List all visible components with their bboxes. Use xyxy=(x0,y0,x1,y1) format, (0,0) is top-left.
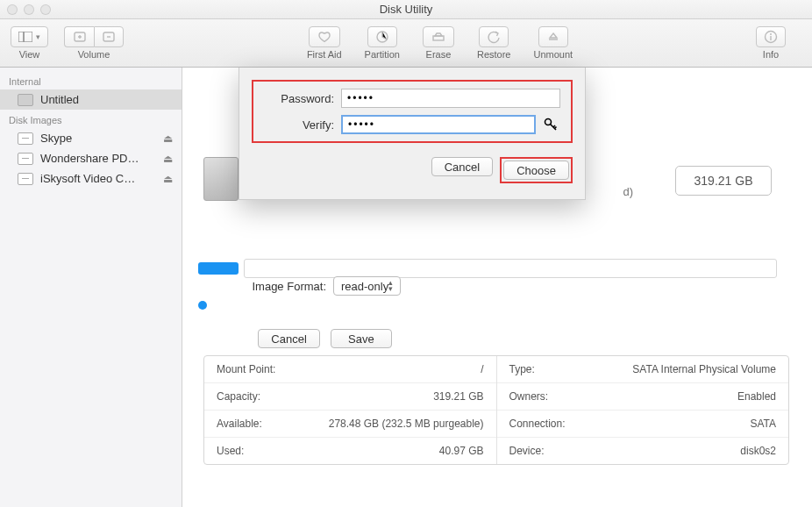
password-label: Password: xyxy=(264,92,341,105)
info-table: Mount Point:/ Capacity:319.21 GB Availab… xyxy=(203,355,789,465)
minimize-button[interactable] xyxy=(24,4,34,15)
password-input[interactable] xyxy=(341,89,560,108)
password-dialog: Password: Verify: Cancel Choose xyxy=(239,68,586,200)
disk-icon xyxy=(18,94,33,106)
partition-button[interactable] xyxy=(367,26,397,47)
close-button[interactable] xyxy=(7,4,18,15)
erase-button[interactable] xyxy=(423,26,454,47)
info-row-connection: Connection:SATA xyxy=(497,411,789,438)
view-label: View xyxy=(19,49,40,60)
volume-label: Volume xyxy=(78,49,110,60)
info-button[interactable] xyxy=(756,26,786,47)
dialog-cancel-button[interactable]: Cancel xyxy=(431,157,493,176)
svg-point-7 xyxy=(770,33,772,35)
traffic-lights xyxy=(7,4,51,15)
info-row-mount-point: Mount Point:/ xyxy=(204,356,496,383)
volume-remove-button[interactable] xyxy=(94,26,124,47)
info-row-used: Used:40.97 GB xyxy=(204,438,496,464)
info-row-owners: Owners:Enabled xyxy=(497,383,789,411)
info-label: Info xyxy=(763,49,779,60)
sidebar-section-disk-images: Disk Images xyxy=(0,110,182,128)
eject-icon[interactable]: ⏏ xyxy=(163,153,173,165)
disk-large-icon xyxy=(203,157,239,201)
sidebar-item-wondershare[interactable]: Wondershare PD… ⏏ xyxy=(0,148,182,168)
highlight-box-choose: Choose xyxy=(500,157,573,183)
toolbar: ▾ View Volume First Aid Partition xyxy=(0,19,812,68)
sidebar-item-untitled[interactable]: Untitled xyxy=(0,89,182,110)
disk-image-icon xyxy=(18,153,33,165)
info-row-device: Device:disk0s2 xyxy=(497,438,789,464)
dialog-choose-button[interactable]: Choose xyxy=(503,161,569,180)
disk-size-box: 319.21 GB xyxy=(675,166,772,196)
encryption-text: d) xyxy=(623,185,633,198)
tool-group-view: ▾ View xyxy=(11,26,48,60)
eject-icon[interactable]: ⏏ xyxy=(163,132,173,145)
sidebar-item-iskysoft[interactable]: iSkysoft Video C… ⏏ xyxy=(0,168,182,189)
highlight-box-fields: Password: Verify: xyxy=(252,80,573,143)
view-button[interactable]: ▾ xyxy=(11,26,48,47)
partition-label: Partition xyxy=(365,49,400,60)
disk-size-value: 319.21 GB xyxy=(694,174,753,188)
sidebar-item-label: Wondershare PD… xyxy=(40,152,139,165)
verify-label: Verify: xyxy=(264,118,341,132)
disk-image-icon xyxy=(18,132,33,145)
content: d) 319.21 GB Image Format: read-only ▴▾ xyxy=(182,68,812,507)
svg-rect-5 xyxy=(433,36,444,40)
tool-group-info: Info xyxy=(756,26,786,60)
svg-point-9 xyxy=(545,119,552,125)
sidebar-item-label: iSkysoft Video C… xyxy=(40,172,135,185)
titlebar: Disk Utility xyxy=(0,0,812,19)
volume-add-button[interactable] xyxy=(64,26,94,47)
svg-rect-8 xyxy=(770,36,771,40)
unmount-label: Unmount xyxy=(534,49,573,60)
svg-rect-1 xyxy=(24,32,32,42)
disk-image-icon xyxy=(18,173,33,185)
sidebar-item-label: Skype xyxy=(40,132,72,145)
usage-bar-segment xyxy=(198,262,239,275)
eject-icon[interactable]: ⏏ xyxy=(163,173,173,185)
image-format-value: read-only xyxy=(341,280,388,293)
info-row-capacity: Capacity:319.21 GB xyxy=(204,383,496,411)
caret-down-icon: ▾ xyxy=(36,32,40,41)
dropdown-arrows-icon: ▴▾ xyxy=(388,280,393,292)
sheet-cancel-button[interactable]: Cancel xyxy=(258,329,319,348)
sidebar-section-internal: Internal xyxy=(0,71,182,89)
tool-group-volume: Volume xyxy=(64,26,124,60)
sidebar: Internal Untitled Disk Images Skype ⏏ Wo… xyxy=(0,68,182,507)
verify-input[interactable] xyxy=(341,115,536,134)
restore-button[interactable] xyxy=(479,26,509,47)
window-title: Disk Utility xyxy=(380,3,433,16)
svg-rect-0 xyxy=(18,32,24,42)
key-icon[interactable] xyxy=(541,115,560,134)
image-format-dropdown[interactable]: read-only ▴▾ xyxy=(333,276,401,296)
usage-legend-dot xyxy=(198,301,207,310)
toolbar-center: First Aid Partition Erase Restore Unmoun… xyxy=(307,26,588,60)
restore-label: Restore xyxy=(477,49,511,60)
unmount-button[interactable] xyxy=(538,26,568,47)
first-aid-button[interactable] xyxy=(309,26,340,47)
first-aid-label: First Aid xyxy=(307,49,342,60)
image-format-row: Image Format: read-only ▴▾ xyxy=(249,276,401,296)
info-row-type: Type:SATA Internal Physical Volume xyxy=(497,356,789,383)
maximize-button[interactable] xyxy=(40,4,51,15)
info-row-available: Available:278.48 GB (232.5 MB purgeable) xyxy=(204,411,496,438)
erase-label: Erase xyxy=(426,49,452,60)
sidebar-item-skype[interactable]: Skype ⏏ xyxy=(0,128,182,148)
sidebar-item-label: Untitled xyxy=(40,93,79,106)
image-format-label: Image Format: xyxy=(249,280,333,293)
sheet-save-button[interactable]: Save xyxy=(331,329,392,348)
